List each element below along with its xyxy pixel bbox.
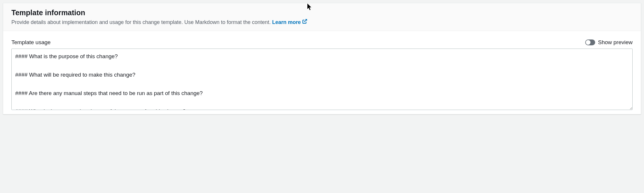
learn-more-text: Learn more (272, 19, 301, 26)
template-usage-label: Template usage (11, 39, 51, 46)
learn-more-link[interactable]: Learn more (272, 19, 307, 26)
show-preview-toggle[interactable] (585, 39, 595, 45)
description-text: Provide details about implementation and… (11, 19, 272, 25)
field-row: Template usage Show preview (11, 39, 633, 46)
template-usage-textarea[interactable] (11, 49, 633, 110)
panel-header: Template information Provide details abo… (3, 3, 641, 31)
panel-title: Template information (11, 8, 633, 17)
external-link-icon (302, 19, 307, 26)
template-information-panel: Template information Provide details abo… (3, 3, 641, 114)
toggle-knob (586, 40, 590, 45)
panel-description: Provide details about implementation and… (11, 19, 633, 26)
show-preview-label: Show preview (598, 39, 633, 46)
panel-body: Template usage Show preview (3, 31, 641, 114)
show-preview-control: Show preview (585, 39, 633, 46)
